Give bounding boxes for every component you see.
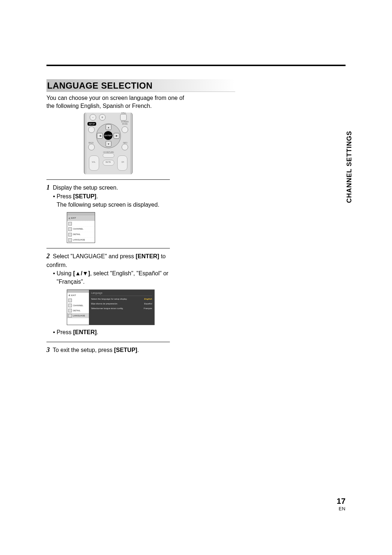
lang-option: Français (144, 307, 152, 310)
menu-item-language: LANGUAGE (67, 237, 95, 243)
lang-desc: Sélectionner langue écran config. (91, 307, 123, 310)
dpad-left-icon: ◀ (97, 133, 103, 139)
step-text-bold: [ENTER] (136, 253, 159, 259)
step-bullet-bold: [SETUP] (73, 193, 96, 199)
setup-menu-figure: EXIT CHANNEL DETAIL LANGUAGE (67, 212, 95, 243)
menu-icon (68, 222, 72, 226)
menu-item-exit: EXIT (67, 215, 95, 221)
menu-item-detail: DETAIL (67, 308, 89, 313)
step-bullet-pre: • Press (53, 193, 73, 199)
section-tab: CHANNEL SETTINGS (346, 131, 353, 203)
step-number: 1 (46, 184, 50, 191)
remote-back-button (88, 144, 95, 150)
lang-line: Select the language for setup display. E… (91, 297, 152, 301)
menu-icon (68, 299, 72, 302)
step-bullet-bold: [▲/▼] (73, 270, 90, 276)
menu-icon (68, 309, 72, 312)
menu-icon (68, 233, 72, 236)
menu-icon (68, 314, 72, 317)
remote-chreturn-button (103, 153, 114, 158)
remote-info-label: INFO (121, 142, 130, 144)
menu-label: LANGUAGE (73, 238, 85, 242)
remote-dpad: ▲ ▼ ◀ ▶ ENTER (96, 123, 120, 147)
back-arrow-icon (68, 217, 70, 219)
remote-mute-label: MUTE (103, 161, 114, 163)
step-bullet-pre: • Using (53, 270, 73, 276)
menu-side: EXIT CHANNEL DETAIL (67, 290, 89, 325)
step-bullet-post: . (97, 329, 98, 335)
section-heading: LANGUAGE SELECTION (46, 79, 235, 92)
remote-setup-button: SETUP (87, 122, 96, 126)
remote-left-side-button (88, 126, 95, 133)
step-1: 1 Display the setup screen. • Press [SET… (46, 183, 170, 243)
top-rule (46, 65, 346, 66)
back-arrow-icon (68, 294, 70, 296)
menu-item-blank (67, 298, 89, 303)
lang-desc: Elija idioma de preparación. (91, 302, 118, 305)
dpad-up-icon: ▲ (106, 124, 111, 130)
remote-vol-label: VOL (90, 161, 98, 163)
menu-label: CHANNEL (73, 304, 83, 307)
separator (46, 179, 170, 180)
menu-main: Language Select the language for setup d… (89, 290, 154, 325)
dpad-right-icon: ▶ (114, 133, 119, 139)
step-bullet-post: . (96, 193, 98, 199)
remote-zero-button: 0 (99, 114, 106, 121)
lang-option: English (144, 297, 152, 301)
menu-icon (68, 304, 72, 307)
remote-enter-button: ENTER (104, 131, 113, 140)
step-bullet-bold: [ENTER] (73, 329, 97, 335)
intro-text: You can choose your on screen language f… (46, 94, 184, 110)
menu-label: CHANNEL (73, 227, 83, 231)
step-3: 3 To exit the setup, press [SETUP]. (46, 345, 170, 355)
remote-control: – 0 STILL SETUP SCREEN MODE ▲ ▼ ◀ ▶ ENTE… (84, 113, 132, 174)
step-text-pre: Select "LANGUAGE" and press (53, 253, 135, 259)
step-text: Display the setup screen. (53, 185, 118, 191)
remote-back-label: BACK (87, 142, 95, 144)
menu-item-detail: DETAIL (67, 232, 95, 237)
menu-label: LANGUAGE (73, 314, 85, 317)
remote-vol-rocker (89, 155, 99, 171)
menu-label: EXIT (71, 294, 76, 297)
step-number: 2 (46, 252, 50, 260)
remote-figure: – 0 STILL SETUP SCREEN MODE ▲ ▼ ◀ ▶ ENTE… (46, 113, 170, 174)
manual-page: LANGUAGE SELECTION You can choose your o… (0, 0, 392, 555)
lang-option: Español (144, 302, 152, 305)
menu-label: EXIT (71, 216, 76, 220)
remote-right-side-button (122, 126, 128, 133)
step-continuation: The following setup screen is displayed. (57, 200, 170, 209)
remote-still-button (120, 114, 127, 121)
page-number: 17 (337, 497, 346, 506)
remote-ch-rocker (117, 155, 127, 171)
menu-item-channel: CHANNEL (67, 303, 89, 308)
menu-icon (68, 227, 72, 231)
remote-dash-button: – (90, 114, 96, 121)
remote-info-button (122, 144, 128, 150)
menu-item-channel: CHANNEL (67, 226, 95, 232)
panel-title: Language (91, 291, 152, 296)
page-footer: 17 EN (337, 497, 346, 511)
lang-line: Elija idioma de preparación. Español (91, 301, 152, 306)
dpad-down-icon: ▼ (106, 141, 111, 147)
lang-desc: Select the language for setup display. (91, 297, 127, 301)
menu-item-exit: EXIT (67, 293, 89, 298)
step-number: 3 (46, 346, 50, 353)
lang-line: Sélectionner langue écran config. França… (91, 306, 152, 311)
language-menu-figure: EXIT CHANNEL DETAIL (67, 289, 155, 325)
separator (46, 248, 170, 248)
menu-icon (68, 238, 72, 242)
remote-screenmode-label: SCREEN MODE (119, 121, 130, 125)
step-bullet-pre: • Press (53, 329, 73, 335)
menu-label: DETAIL (73, 233, 81, 236)
menu-item-blank (67, 221, 95, 226)
page-lang: EN (337, 506, 346, 511)
remote-still-label: STILL (119, 112, 128, 114)
remote-ch-label: CH (119, 161, 127, 163)
content-column: LANGUAGE SELECTION You can choose your o… (46, 79, 235, 355)
step-text-post: . (137, 347, 139, 353)
menu-label: DETAIL (73, 309, 81, 312)
step-text-bold: [SETUP] (114, 347, 137, 353)
step-2: 2 Select "LANGUAGE" and press [ENTER] to… (46, 251, 170, 337)
step-text-pre: To exit the setup, press (53, 347, 114, 353)
menu-item-language: LANGUAGE (67, 313, 89, 318)
